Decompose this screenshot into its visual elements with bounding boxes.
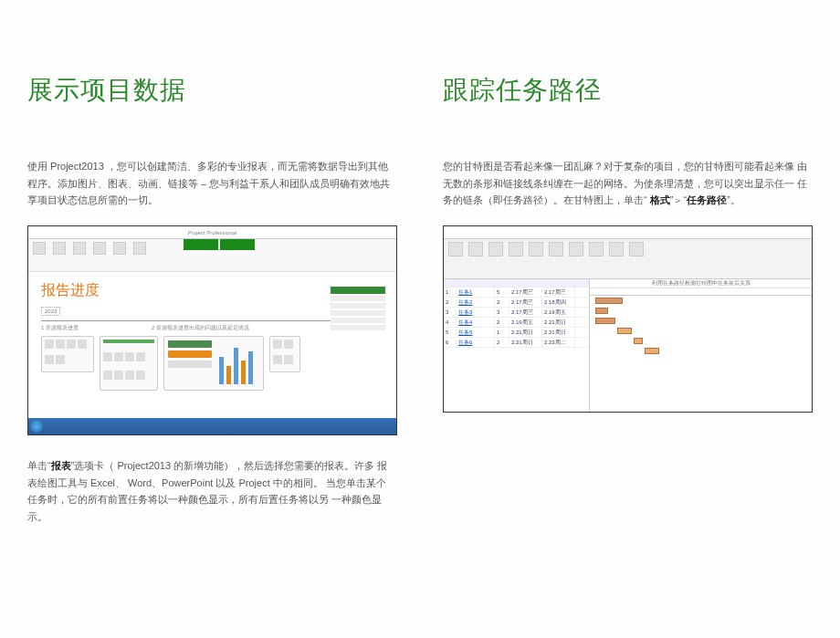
table-row: 1任务152.17周三2.17周三 (444, 288, 589, 298)
gantt-table: 1任务152.17周三2.17周三2任务222.17周三2.18周四3任务332… (444, 279, 590, 412)
s1-sec-right: 2 资源报表进度出现的问题以及延迟情况 (152, 324, 249, 332)
right-heading: 跟踪任务路径 (443, 73, 813, 108)
table-row: 3任务332.17周三2.19周五 (444, 308, 589, 318)
s2-ribbon (444, 239, 812, 279)
left-column: 展示项目数据 使用 Project2013 ，您可以创建简洁、多彩的专业报表，而… (27, 73, 397, 611)
left-para1: 使用 Project2013 ，您可以创建简洁、多彩的专业报表，而无需将数据导出… (27, 158, 397, 209)
ribbon-green-tab (184, 239, 218, 250)
windows-taskbar (28, 418, 396, 434)
ribbon-green-tab2 (220, 239, 255, 250)
s1-ribbon (28, 239, 396, 272)
gantt-timescale-label: 利用任务路径检测甘特图中任务前后关系 (590, 279, 812, 288)
left-para2: 单击“报表”选项卡（ Project2013 的新增功能），然后选择您需要的报表… (27, 457, 397, 526)
s1-titlebar: Project Professional (28, 226, 396, 239)
right-para1: 您的甘特图是否看起来像一团乱麻？对于复杂的项目，您的甘特图可能看起来像 由无数的… (443, 158, 813, 209)
table-row: 6任务622.21周日2.23周二 (444, 338, 589, 348)
gantt-chart: 利用任务路径检测甘特图中任务前后关系 (590, 279, 812, 412)
screenshot-gantt: 1任务152.17周三2.17周三2任务222.17周三2.18周四3任务332… (443, 225, 813, 413)
left-heading: 展示项目数据 (27, 73, 397, 108)
s1-sec-left: 1 资源报表进度 (41, 324, 79, 332)
s1-right-panel (331, 287, 385, 330)
start-button-icon (30, 420, 43, 433)
right-column: 跟踪任务路径 您的甘特图是否看起来像一团乱麻？对于复杂的项目，您的甘特图可能看起… (443, 73, 813, 611)
s2-titlebar (444, 226, 812, 239)
screenshot-report: Project Professional 报告进度 2023 1 资源报表进度 … (27, 225, 397, 435)
table-row: 2任务222.17周三2.18周四 (444, 298, 589, 308)
table-row: 4任务422.19周五2.21周日 (444, 318, 589, 328)
s1-body: 报告进度 2023 1 资源报表进度 2 资源报表进度出现的问题以及延迟情况 (28, 272, 396, 416)
table-row: 5任务512.21周日2.21周日 (444, 328, 589, 338)
